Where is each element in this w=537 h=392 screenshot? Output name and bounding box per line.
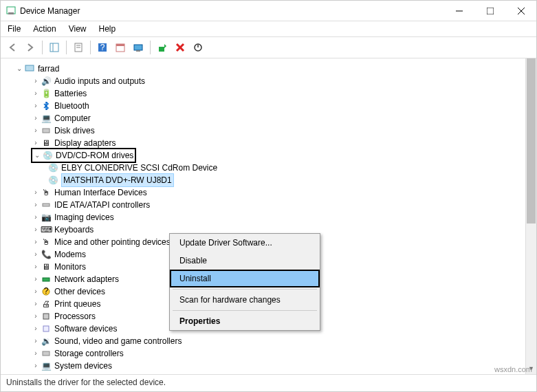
tree-label: Keyboards [54,224,94,236]
computer-icon: 💻 [41,112,52,124]
expand-icon[interactable]: › [31,211,41,224]
calendar-button[interactable] [113,40,128,55]
watermark: wsxdn.com [494,365,532,373]
window-title: Device Manager [20,6,80,16]
expand-icon[interactable]: › [31,298,41,310]
tree-item-system[interactable]: ›💻System devices [5,360,536,372]
tree-label: Universal Serial Bus controllers [54,372,169,375]
separator [66,41,67,54]
tree-item-audio[interactable]: ›🔊Audio inputs and outputs [5,75,536,87]
expand-icon[interactable]: › [31,100,41,112]
tree-item-matshita[interactable]: 💿MATSHITA DVD+-RW UJ8D1 [5,174,536,186]
expand-icon[interactable]: › [31,248,41,261]
show-hide-tree-button[interactable] [47,40,62,55]
expand-icon[interactable]: › [31,112,41,124]
tree-item-storage[interactable]: ›Storage controllers [5,347,536,360]
expand-icon[interactable]: › [31,273,41,285]
expand-icon[interactable]: › [31,372,41,375]
expand-icon[interactable]: › [31,335,41,347]
menu-disable[interactable]: Disable [170,252,320,270]
scrollbar-thumb[interactable] [527,58,536,224]
vertical-scrollbar[interactable]: ▲ ▼ [525,58,536,374]
root-label: farrad [38,63,59,75]
tree-item-bluetooth[interactable]: ›Bluetooth [5,100,536,112]
expand-icon[interactable]: › [31,310,41,323]
tree-item-ide[interactable]: ›IDE ATA/ATAPI controllers [5,199,536,211]
uninstall-button[interactable] [173,40,188,55]
update-driver-button[interactable] [155,40,170,55]
collapse-icon[interactable]: ⌄ [14,63,24,75]
svg-rect-29 [43,351,50,356]
device-tree-pane: ⌄ farrad ›🔊Audio inputs and outputs ›🔋Ba… [1,58,536,375]
drive-icon: 💿 [47,174,58,186]
back-button[interactable] [5,40,20,55]
tree-label: DVD/CD-ROM drives [56,149,133,162]
disable-button[interactable] [190,40,206,55]
tree-item-sound[interactable]: ›🔉Sound, video and game controllers [5,335,536,347]
svg-rect-16 [136,50,140,52]
expand-icon[interactable]: › [31,224,41,236]
minimize-button[interactable] [443,1,474,21]
menu-update-driver[interactable]: Update Driver Software... [170,234,320,252]
menubar: File Action View Help [1,21,536,37]
expand-icon[interactable]: › [31,347,41,360]
tree-label: Other devices [54,285,105,298]
tree-label: Software devices [54,323,117,335]
tree-item-imaging[interactable]: ›📷Imaging devices [5,211,536,224]
tree-root[interactable]: ⌄ farrad [5,63,536,75]
keyboard-icon: ⌨ [41,224,52,236]
tree-label: Computer [54,112,91,124]
tree-item-diskdrives[interactable]: ›Disk drives [5,124,536,137]
tree-label: Sound, video and game controllers [54,335,182,347]
svg-rect-15 [134,45,142,50]
menu-properties[interactable]: Properties [170,312,320,330]
expand-icon[interactable]: › [31,199,41,211]
expand-icon[interactable]: › [31,75,41,87]
expand-icon[interactable]: › [31,285,41,298]
tree-label: Network adapters [54,273,119,285]
expand-icon[interactable]: › [31,186,41,199]
storage-icon [41,349,52,358]
tree-label: Human Interface Devices [54,186,147,199]
expand-icon[interactable]: › [31,236,41,248]
close-button[interactable] [505,1,536,21]
svg-rect-27 [43,314,49,319]
tree-item-elby[interactable]: 💿ELBY CLONEDRIVE SCSI CdRom Device [5,162,536,174]
svg-rect-17 [159,47,164,52]
collapse-icon[interactable]: ⌄ [32,149,42,162]
menu-separator [173,310,317,311]
expand-icon[interactable]: › [31,323,41,335]
svg-rect-1 [8,12,14,14]
svg-text:?: ? [44,287,49,296]
sound-icon: 🔉 [41,335,52,347]
expand-icon[interactable]: › [31,87,41,100]
disk-icon [41,127,52,135]
printer-icon: 🖨 [41,298,52,310]
tree-item-computer[interactable]: ›💻Computer [5,112,536,124]
scan-hardware-button[interactable] [131,40,146,55]
help-button[interactable]: ? [95,40,110,55]
tree-item-hid[interactable]: ›🖱Human Interface Devices [5,186,536,199]
properties-button[interactable] [71,40,86,55]
separator [150,41,151,54]
expand-icon[interactable]: › [31,261,41,273]
tree-item-usb[interactable]: ›Universal Serial Bus controllers [5,372,536,375]
expand-icon[interactable]: › [31,124,41,137]
menu-scan-hardware[interactable]: Scan for hardware changes [170,291,320,309]
tree-label: Imaging devices [54,211,114,224]
tree-label: Modems [54,248,86,261]
menu-uninstall[interactable]: Uninstall [170,270,320,287]
separator [42,41,43,54]
drive-icon: 💿 [47,162,58,174]
camera-icon: 📷 [41,211,52,224]
menu-help[interactable]: Help [99,24,116,34]
menu-file[interactable]: File [8,24,21,34]
other-icon: ? [41,287,52,296]
maximize-button[interactable] [474,1,505,21]
forward-button[interactable] [23,40,38,55]
tree-item-dvdcd[interactable]: ⌄ 💿 DVD/CD-ROM drives [5,149,536,162]
menu-view[interactable]: View [69,24,87,34]
tree-item-batteries[interactable]: ›🔋Batteries [5,87,536,100]
menu-action[interactable]: Action [33,24,56,34]
expand-icon[interactable]: › [31,360,41,372]
